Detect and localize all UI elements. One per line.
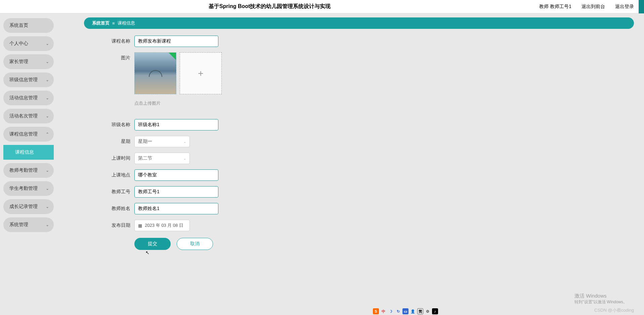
label-course-name: 课程名称 (84, 36, 134, 44)
teacher-id-input[interactable] (134, 186, 218, 198)
sidebar-item-course-mgmt[interactable]: 课程信息管理⌃ (3, 127, 54, 142)
sidebar-item-label: 成长记录管理 (9, 204, 38, 210)
page-title: 基于Spring Boot技术的幼儿园管理系统设计与实现 (0, 3, 539, 10)
current-user[interactable]: 教师 教师工号1 (539, 4, 571, 10)
sidebar: 系统首页 个人中心⌄ 家长管理⌄ 班级信息管理⌄ 活动信息管理⌄ 活动名次管理⌄… (0, 13, 57, 315)
chevron-down-icon: ⌄ (46, 186, 49, 191)
main-content: 系统首页 ≡ 课程信息 课程名称 图片 + 点击上传图片 班级名 (57, 13, 644, 315)
sidebar-item-system[interactable]: 系统管理⌄ (3, 217, 54, 232)
system-tray: S 中 ☽ ↻ ▭ 👤 简 ⚙ ♪ (373, 308, 438, 314)
chevron-down-icon: ⌄ (46, 222, 49, 227)
submit-button[interactable]: 提交 (134, 238, 171, 250)
chevron-down-icon: ⌄ (46, 77, 49, 82)
course-name-input[interactable] (134, 36, 218, 47)
plus-icon: + (198, 68, 203, 79)
sidebar-item-label: 班级信息管理 (9, 77, 38, 83)
weekday-select[interactable]: 星期一⌄ (134, 136, 190, 147)
calendar-icon: ▦ (138, 223, 142, 228)
top-bar: 基于Spring Boot技术的幼儿园管理系统设计与实现 教师 教师工号1 退出… (0, 0, 644, 13)
sidebar-item-parent[interactable]: 家长管理⌄ (3, 54, 54, 69)
label-pub-date: 发布日期 (84, 220, 134, 228)
chevron-down-icon: ⌄ (183, 140, 186, 144)
place-input[interactable] (134, 169, 218, 181)
sidebar-item-rank[interactable]: 活动名次管理⌄ (3, 109, 54, 123)
date-value: 2023 年 03 月 08 日 (145, 222, 183, 228)
tray-moon-icon[interactable]: ☽ (388, 308, 394, 314)
sidebar-item-student-attend[interactable]: 学生考勤管理⌄ (3, 181, 54, 196)
chevron-down-icon: ⌄ (46, 204, 49, 209)
chevron-down-icon: ⌄ (46, 114, 49, 118)
csdn-watermark: CSDN @小蔡coding (594, 307, 634, 313)
class-name-input[interactable] (134, 119, 218, 130)
sidebar-item-label: 个人中心 (9, 41, 28, 47)
sidebar-item-home[interactable]: 系统首页 (3, 18, 54, 33)
sidebar-subitem-course-info[interactable]: 课程信息 (3, 145, 54, 160)
upload-hint: 点击上传图片 (134, 100, 222, 106)
sidebar-item-label: 系统管理 (9, 222, 28, 228)
sidebar-item-growth[interactable]: 成长记录管理⌄ (3, 199, 54, 214)
time-select[interactable]: 第二节⌄ (134, 153, 190, 164)
breadcrumb-separator-icon: ≡ (112, 21, 115, 26)
label-teacher-id: 教师工号 (84, 186, 134, 195)
sidebar-item-label: 课程信息 (15, 149, 34, 155)
sidebar-item-label: 课程信息管理 (9, 131, 38, 137)
bridge-icon (149, 70, 162, 77)
sidebar-item-teacher-attend[interactable]: 教师考勤管理⌄ (3, 163, 54, 178)
tray-icon[interactable]: S (373, 308, 379, 314)
breadcrumb-home[interactable]: 系统首页 (92, 20, 110, 26)
chevron-down-icon: ⌄ (46, 168, 49, 173)
label-teacher-name: 教师姓名 (84, 203, 134, 212)
sidebar-item-profile[interactable]: 个人中心⌄ (3, 36, 54, 51)
chevron-down-icon: ⌄ (46, 96, 49, 100)
label-image: 图片 (84, 52, 134, 61)
label-class-name: 班级名称 (84, 119, 134, 128)
select-value: 星期一 (138, 139, 152, 145)
header-right: 教师 教师工号1 退出到前台 退出登录 (539, 4, 644, 10)
tray-box-icon[interactable]: ▭ (402, 308, 409, 314)
label-place: 上课地点 (84, 169, 134, 178)
teacher-name-input[interactable] (134, 203, 218, 214)
ime-simplified-icon[interactable]: 简 (417, 308, 423, 314)
chevron-down-icon: ⌄ (46, 41, 49, 46)
sidebar-item-class[interactable]: 班级信息管理⌄ (3, 72, 54, 87)
sidebar-item-label: 系统首页 (9, 22, 28, 29)
tray-tiktok-icon[interactable]: ♪ (432, 308, 438, 314)
cancel-button[interactable]: 取消 (177, 238, 213, 250)
select-value: 第二节 (138, 155, 152, 161)
sidebar-item-activity[interactable]: 活动信息管理⌄ (3, 91, 54, 105)
uploaded-image-thumb[interactable] (134, 52, 176, 94)
chevron-down-icon: ⌄ (183, 157, 186, 160)
sidebar-item-label: 教师考勤管理 (9, 167, 38, 173)
sidebar-item-label: 学生考勤管理 (9, 186, 38, 192)
logout-link[interactable]: 退出登录 (615, 4, 634, 10)
tray-sync-icon[interactable]: ↻ (395, 308, 401, 314)
logout-front-link[interactable]: 退出到前台 (582, 4, 605, 10)
breadcrumb-current: 课程信息 (118, 20, 135, 26)
sidebar-item-label: 活动信息管理 (9, 95, 38, 101)
breadcrumb: 系统首页 ≡ 课程信息 (84, 17, 634, 29)
chevron-down-icon: ⌄ (46, 59, 49, 64)
label-weekday: 星期 (84, 136, 134, 145)
chevron-up-icon: ⌃ (46, 132, 49, 137)
scrollbar-vertical[interactable] (639, 0, 644, 13)
pub-date-input[interactable]: ▦2023 年 03 月 08 日 (134, 220, 190, 231)
ime-chinese-icon[interactable]: 中 (380, 308, 386, 314)
course-form: 课程名称 图片 + 点击上传图片 班级名称 星期 星期一⌄ (84, 36, 644, 250)
upload-add-button[interactable]: + (180, 52, 222, 94)
sidebar-item-label: 家长管理 (9, 59, 28, 65)
tray-gear-icon[interactable]: ⚙ (425, 308, 431, 314)
label-time: 上课时间 (84, 153, 134, 161)
tray-user-icon[interactable]: 👤 (410, 308, 416, 314)
sidebar-item-label: 活动名次管理 (9, 113, 38, 119)
